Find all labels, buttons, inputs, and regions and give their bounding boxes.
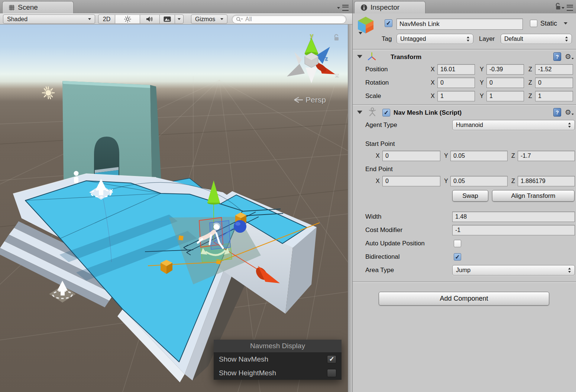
rotation-z-input[interactable]: 0 xyxy=(535,78,573,88)
layer-dropdown[interactable]: Default xyxy=(501,34,572,44)
scene-viewport[interactable]: y z x Persp Navmesh Display Show NavMesh… xyxy=(0,24,348,392)
x-axis-letter: X xyxy=(431,78,435,88)
start-z-input[interactable]: -1.7 xyxy=(518,151,575,161)
cost-modifier-input[interactable]: -1 xyxy=(452,225,575,235)
x-axis-letter: X xyxy=(376,176,380,186)
end-point-label: End Point xyxy=(365,164,393,174)
panel-menu-icon xyxy=(567,5,573,11)
start-y-input[interactable]: 0.05 xyxy=(450,151,508,161)
scene-panel-menu[interactable] xyxy=(337,5,349,11)
align-transform-button[interactable]: Align Transform xyxy=(492,190,575,202)
x-axis-letter: X xyxy=(431,91,435,101)
gear-icon[interactable]: ⚙ xyxy=(565,53,571,60)
inspector-panel-menu[interactable] xyxy=(562,5,573,11)
axis-z-label[interactable]: z xyxy=(325,55,328,62)
position-x-input[interactable]: 16.01 xyxy=(437,64,475,75)
scene-lock-icon xyxy=(333,33,340,42)
divider xyxy=(353,281,576,283)
updown-arrows-icon xyxy=(565,36,568,42)
show-heightmesh-row[interactable]: Show HeightMesh xyxy=(214,366,342,380)
scale-z-input[interactable]: 1 xyxy=(535,91,573,101)
navmeshlink-foldout[interactable] xyxy=(357,111,362,114)
rotation-y-input[interactable]: 0 xyxy=(486,78,524,88)
area-type-value: Jump xyxy=(456,267,470,274)
inspector-tabbar: Inspector xyxy=(353,0,576,14)
layer-value: Default xyxy=(504,36,523,42)
help-icon[interactable]: ? xyxy=(553,108,561,117)
x-axis-letter: X xyxy=(431,64,435,75)
axis-x-label[interactable]: x xyxy=(335,71,339,79)
gameobject-active-checkbox[interactable]: ✓ xyxy=(385,19,392,27)
transform-title[interactable]: Transform xyxy=(391,52,421,62)
directional-light-gizmo[interactable] xyxy=(42,87,54,99)
z-axis-letter: Z xyxy=(528,64,532,75)
scale-x-input[interactable]: 1 xyxy=(437,91,475,101)
lock-icon[interactable] xyxy=(555,3,561,10)
2d-toggle-button[interactable]: 2D xyxy=(98,14,115,24)
navmeshlink-title[interactable]: Nav Mesh Link (Script) xyxy=(394,108,462,118)
panel-divider[interactable] xyxy=(348,24,352,392)
gameobject-cube-icon[interactable] xyxy=(356,16,375,36)
area-type-label: Area Type xyxy=(365,265,394,275)
layer-label: Layer xyxy=(479,34,495,44)
z-axis-letter: Z xyxy=(511,176,515,186)
show-heightmesh-checkbox[interactable] xyxy=(327,369,336,377)
static-checkbox[interactable] xyxy=(530,20,537,27)
perspective-toggle[interactable]: Persp xyxy=(294,95,326,104)
area-type-dropdown[interactable]: Jump xyxy=(452,265,575,275)
position-label: Position xyxy=(365,64,388,75)
tag-value: Untagged xyxy=(400,36,426,42)
help-icon[interactable]: ? xyxy=(553,52,561,61)
search-placeholder: All xyxy=(245,16,252,23)
panel-dropdown-icon xyxy=(337,7,340,9)
audio-toggle-button[interactable] xyxy=(140,14,160,24)
tag-dropdown[interactable]: Untagged xyxy=(397,34,473,44)
gear-icon[interactable]: ⚙ xyxy=(565,109,571,116)
sun-icon xyxy=(124,16,131,23)
inspector-tab-label: Inspector xyxy=(370,3,399,12)
navmeshlink-enabled-checkbox[interactable]: ✓ xyxy=(382,109,390,117)
show-navmesh-checkbox[interactable]: ✓ xyxy=(327,355,336,363)
end-y-input[interactable]: 0.05 xyxy=(450,176,508,186)
y-axis-letter: Y xyxy=(480,64,484,75)
scene-search-input[interactable]: All xyxy=(232,15,346,24)
navmesh-display-title: Navmesh Display xyxy=(214,340,342,352)
tab-inspector[interactable]: Inspector xyxy=(354,1,425,13)
scene-3d-svg xyxy=(0,24,348,392)
gizmos-dropdown[interactable]: Gizmos xyxy=(191,14,227,24)
info-icon xyxy=(360,4,368,11)
axis-y-label[interactable]: y xyxy=(310,32,313,39)
lighting-toggle-button[interactable] xyxy=(115,14,140,24)
panel-menu-icon xyxy=(342,5,349,11)
tag-label: Tag xyxy=(382,34,392,44)
transform-foldout[interactable] xyxy=(357,55,362,58)
gameobject-name-input[interactable]: NavMesh Link xyxy=(397,19,523,30)
bidirectional-checkbox[interactable]: ✓ xyxy=(454,253,461,261)
position-y-input[interactable]: -0.39 xyxy=(486,64,524,75)
draw-mode-dropdown[interactable]: Shaded xyxy=(3,14,95,24)
swap-button[interactable]: Swap xyxy=(452,190,488,202)
add-component-button[interactable]: Add Component xyxy=(379,292,549,306)
auto-update-checkbox[interactable] xyxy=(454,240,461,247)
start-point-label: Start Point xyxy=(365,139,395,149)
effects-toggle-button[interactable] xyxy=(159,14,175,24)
start-x-input[interactable]: 0 xyxy=(382,151,440,161)
scale-y-input[interactable]: 1 xyxy=(486,91,524,101)
persp-label: Persp xyxy=(305,95,326,104)
show-navmesh-row[interactable]: Show NavMesh ✓ xyxy=(214,352,342,366)
scene-panel: Scene Shaded 2D xyxy=(0,0,352,392)
updown-arrows-icon xyxy=(466,36,470,42)
static-dropdown-icon[interactable] xyxy=(564,22,567,24)
end-x-input[interactable]: 0 xyxy=(382,176,440,186)
z-axis-letter: Z xyxy=(528,91,532,101)
chevron-down-icon xyxy=(220,18,223,20)
show-navmesh-label: Show NavMesh xyxy=(219,355,268,363)
tab-scene[interactable]: Scene xyxy=(2,1,74,13)
effects-dropdown[interactable] xyxy=(175,14,184,24)
agent-type-dropdown[interactable]: Humanoid xyxy=(452,120,575,130)
end-z-input[interactable]: 1.886179 xyxy=(518,176,575,186)
rotation-x-input[interactable]: 0 xyxy=(437,78,475,88)
position-z-input[interactable]: -1.52 xyxy=(535,64,573,75)
agent-type-value: Humanoid xyxy=(456,122,483,128)
width-input[interactable]: 1.48 xyxy=(452,212,575,222)
